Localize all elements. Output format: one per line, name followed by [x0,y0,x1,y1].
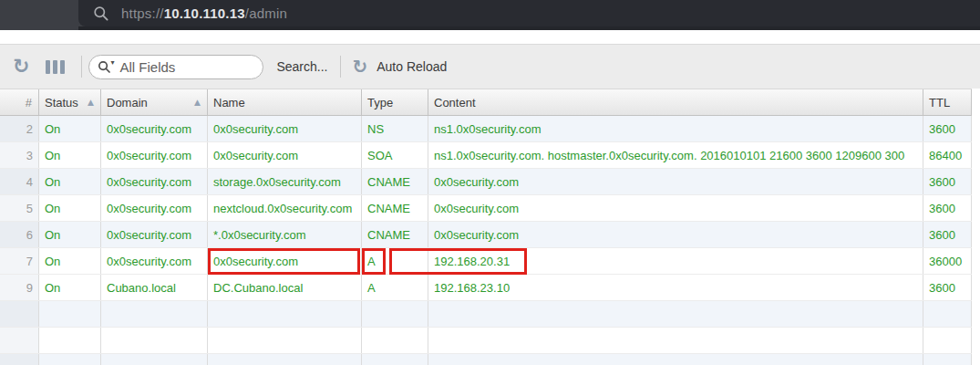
cell-status [39,301,101,327]
cell-num: 9 [0,275,39,300]
table-row[interactable]: 3On0x0security.com0x0security.comSOAns1.… [0,142,972,169]
cell-status [39,354,101,365]
toolbar-divider [81,56,82,78]
sort-asc-icon: ▲ [88,98,94,107]
cell-ttl [923,301,972,327]
cell-type [362,328,428,353]
toolbar: ↻ ▾ All Fields Search... ↻ Auto Reload [0,44,980,89]
cell-ttl: 86400 [923,142,972,168]
cell-name: 0x0security.com [208,116,362,141]
table-body: 2On0x0security.com0x0security.comNSns1.0… [0,116,972,365]
cell-name [208,301,362,327]
cell-num: 4 [0,169,39,194]
cell-status[interactable]: On [39,169,101,194]
table-row[interactable]: 9OnCubano.localDC.Cubano.localA192.168.2… [0,275,972,301]
cell-num: 5 [0,195,39,221]
cell-domain: 0x0security.com [101,116,208,141]
cell-type: CNAME [362,195,428,221]
cell-domain: 0x0security.com [101,195,208,221]
column-label: Domain [107,96,148,110]
cell-domain: 0x0security.com [101,169,208,194]
filter-search-icon [98,60,111,74]
refresh-button[interactable]: ↻ [13,57,29,77]
table-row[interactable]: 6On0x0security.com*.0x0security.comCNAME… [0,222,972,248]
search-button[interactable]: Search... [276,59,327,74]
url-bar[interactable]: https://10.10.110.13/admin [78,0,980,26]
cell-ttl: 3600 [923,116,972,141]
column-header-name[interactable]: Name [208,89,362,115]
cell-status[interactable]: On [39,195,101,221]
cell-domain: Cubano.local [101,275,208,300]
table-row[interactable]: 5On0x0security.comnextcloud.0x0security.… [0,195,972,222]
cell-type [362,301,428,327]
column-label: Status [45,96,78,110]
cell-ttl: 3600 [923,222,972,247]
records-table: #Status▲Domain▲NameTypeContentTTL 2On0x0… [0,89,972,365]
cell-content: ns1.0x0security.com [428,116,923,141]
url-bar-underline [78,26,980,30]
highlight-box-content [389,248,527,275]
cell-type [362,354,428,365]
cell-content [428,301,923,327]
cell-name: storage.0x0security.com [208,169,362,194]
auto-reload-label: Auto Reload [377,59,447,74]
columns-icon [46,60,50,74]
cell-content: 0x0security.com [428,222,923,247]
cell-name: *.0x0security.com [208,222,362,247]
table-row[interactable]: 4On0x0security.comstorage.0x0security.co… [0,169,972,195]
auto-reload-button[interactable]: ↻ Auto Reload [352,57,447,77]
cell-num [0,301,39,327]
cell-status[interactable]: On [39,275,101,300]
cell-content: 192.168.23.10 [428,275,923,300]
url-scheme: https:// [121,5,164,21]
columns-button[interactable] [46,60,67,74]
cell-domain [101,328,208,353]
cell-name: 0x0security.com [208,142,362,168]
cell-domain [101,354,208,365]
column-label: TTL [929,96,950,110]
cell-status[interactable]: On [39,142,101,168]
cell-status[interactable]: On [39,248,101,274]
cell-content [428,328,923,353]
cell-type: A [362,275,428,300]
cell-name [208,354,362,365]
cell-content: ns1.0x0security.com. hostmaster.0x0secur… [428,142,923,168]
cell-status[interactable]: On [39,116,101,141]
cell-ttl: 3600 [923,275,972,300]
cell-content: 0x0security.com [428,195,923,221]
column-label: Content [434,96,476,110]
highlight-box-type [362,248,386,275]
url-text: https://10.10.110.13/admin [121,5,287,21]
cell-content [428,354,923,365]
table-row[interactable]: 2On0x0security.com0x0security.comNSns1.0… [0,116,972,142]
cell-domain: 0x0security.com [101,248,208,274]
cell-type: CNAME [362,222,428,247]
column-header-ttl[interactable]: TTL [923,89,972,115]
column-label: Type [367,96,393,110]
column-header-type[interactable]: Type [362,89,428,115]
cell-type: CNAME [362,169,428,194]
column-label: Name [213,96,245,110]
column-header-num[interactable]: # [0,89,39,115]
table-row-empty [0,301,972,328]
cell-name [208,328,362,353]
cell-num: 2 [0,116,39,141]
cell-num [0,354,39,365]
table-header: #Status▲Domain▲NameTypeContentTTL [0,89,972,116]
cell-status[interactable]: On [39,222,101,247]
field-filter-select[interactable]: ▾ All Fields [88,55,263,79]
cell-num: 7 [0,248,39,274]
refresh-icon: ↻ [13,57,29,77]
column-header-status[interactable]: Status▲ [39,89,101,115]
toolbar-divider-2 [340,56,341,78]
cell-ttl: 3600 [923,195,972,221]
cell-content: 0x0security.com [428,169,923,194]
url-path: /admin [245,5,287,21]
url-host: 10.10.110.13 [164,5,245,21]
cell-type: NS [362,116,428,141]
column-header-content[interactable]: Content [428,89,923,115]
column-header-domain[interactable]: Domain▲ [101,89,208,115]
filter-placeholder: All Fields [119,59,175,75]
cell-domain: 0x0security.com [101,222,208,247]
sort-asc-icon: ▲ [194,98,201,107]
